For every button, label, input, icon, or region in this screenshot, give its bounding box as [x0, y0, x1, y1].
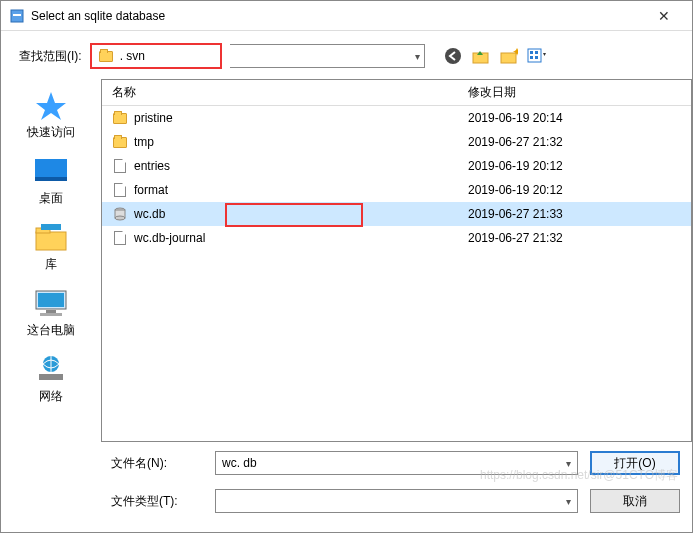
file-date: 2019-06-19 20:14 [462, 111, 691, 125]
svg-rect-13 [36, 232, 66, 250]
svg-rect-10 [535, 56, 538, 59]
folder-icon [112, 134, 128, 150]
svg-rect-17 [38, 293, 64, 307]
file-icon [112, 158, 128, 174]
view-menu-icon[interactable] [527, 46, 547, 66]
file-name: wc.db [134, 207, 165, 221]
sidebar-item-desktop[interactable]: 桌面 [1, 155, 101, 207]
file-rows: pristine2019-06-19 20:14tmp2019-06-27 21… [102, 106, 691, 250]
sidebar-label: 桌面 [39, 190, 63, 207]
svg-rect-1 [13, 14, 21, 16]
file-name: pristine [134, 111, 173, 125]
star-icon [32, 89, 70, 121]
title-bar: Select an sqlite database ✕ [1, 1, 692, 31]
sidebar-item-quick-access[interactable]: 快速访问 [1, 89, 101, 141]
column-headers[interactable]: 名称 修改日期 [102, 80, 691, 106]
lookin-folder-combo[interactable]: . svn [90, 43, 222, 69]
svg-rect-8 [535, 51, 538, 54]
filetype-label: 文件类型(T): [111, 493, 203, 510]
svg-rect-15 [41, 224, 61, 230]
cancel-button[interactable]: 取消 [590, 489, 680, 513]
file-row[interactable]: wc.db-journal2019-06-27 21:32 [102, 226, 691, 250]
file-row[interactable]: wc.db2019-06-27 21:33 [102, 202, 691, 226]
chevron-down-icon: ▾ [566, 458, 571, 469]
file-name: entries [134, 159, 170, 173]
close-button[interactable]: ✕ [644, 1, 684, 31]
svg-rect-19 [40, 313, 62, 316]
places-sidebar: 快速访问 桌面 库 这台电脑 网络 [1, 79, 101, 442]
file-row[interactable]: tmp2019-06-27 21:32 [102, 130, 691, 154]
svg-rect-9 [530, 56, 533, 59]
file-icon [112, 182, 128, 198]
file-date: 2019-06-27 21:32 [462, 231, 691, 245]
svg-point-2 [445, 48, 461, 64]
lookin-folder-name: . svn [120, 49, 145, 63]
svg-point-24 [115, 216, 125, 220]
open-button[interactable]: 打开(O) [590, 451, 680, 475]
file-icon [112, 230, 128, 246]
file-name: tmp [134, 135, 154, 149]
desktop-icon [32, 155, 70, 187]
library-icon [32, 221, 70, 253]
svg-rect-21 [39, 374, 63, 380]
file-date: 2019-06-19 20:12 [462, 159, 691, 173]
file-date: 2019-06-27 21:32 [462, 135, 691, 149]
chevron-down-icon: ▾ [415, 51, 420, 62]
filetype-combo[interactable]: ▾ [215, 489, 578, 513]
bottom-panel: 文件名(N): wc. db ▾ 打开(O) 文件类型(T): ▾ 取消 [1, 448, 692, 524]
column-date[interactable]: 修改日期 [462, 84, 691, 101]
sidebar-item-libraries[interactable]: 库 [1, 221, 101, 273]
app-icon [9, 8, 25, 24]
network-icon [32, 353, 70, 385]
file-name: format [134, 183, 168, 197]
svg-rect-18 [46, 310, 56, 313]
svg-rect-7 [530, 51, 533, 54]
file-name: wc.db-journal [134, 231, 205, 245]
filename-value: wc. db [222, 456, 257, 470]
lookin-label: 查找范围(I): [19, 48, 82, 65]
back-icon[interactable] [443, 46, 463, 66]
filename-label: 文件名(N): [111, 455, 203, 472]
pc-icon [32, 287, 70, 319]
sidebar-item-network[interactable]: 网络 [1, 353, 101, 405]
file-date: 2019-06-19 20:12 [462, 183, 691, 197]
file-list: 名称 修改日期 pristine2019-06-19 20:14tmp2019-… [101, 79, 692, 442]
file-row[interactable]: format2019-06-19 20:12 [102, 178, 691, 202]
sidebar-label: 快速访问 [27, 124, 75, 141]
svg-rect-6 [528, 49, 541, 62]
sidebar-label: 网络 [39, 388, 63, 405]
sidebar-label: 库 [45, 256, 57, 273]
database-icon [112, 206, 128, 222]
column-name[interactable]: 名称 [102, 84, 462, 101]
file-row[interactable]: entries2019-06-19 20:12 [102, 154, 691, 178]
nav-icons: ✦ [443, 46, 547, 66]
sidebar-label: 这台电脑 [27, 322, 75, 339]
svg-text:✦: ✦ [512, 48, 518, 59]
folder-icon [98, 48, 114, 64]
new-folder-icon[interactable]: ✦ [499, 46, 519, 66]
lookin-row: 查找范围(I): . svn ▾ ✦ [1, 31, 692, 79]
folder-icon [112, 110, 128, 126]
svg-rect-12 [35, 177, 67, 181]
window-title: Select an sqlite database [31, 9, 644, 23]
lookin-combo-dropdown[interactable]: ▾ [230, 44, 425, 68]
chevron-down-icon: ▾ [566, 496, 571, 507]
up-folder-icon[interactable] [471, 46, 491, 66]
main-area: 快速访问 桌面 库 这台电脑 网络 名称 修改日期 pristine2019-0… [1, 79, 692, 442]
sidebar-item-this-pc[interactable]: 这台电脑 [1, 287, 101, 339]
file-row[interactable]: pristine2019-06-19 20:14 [102, 106, 691, 130]
file-date: 2019-06-27 21:33 [462, 207, 691, 221]
filename-combo[interactable]: wc. db ▾ [215, 451, 578, 475]
